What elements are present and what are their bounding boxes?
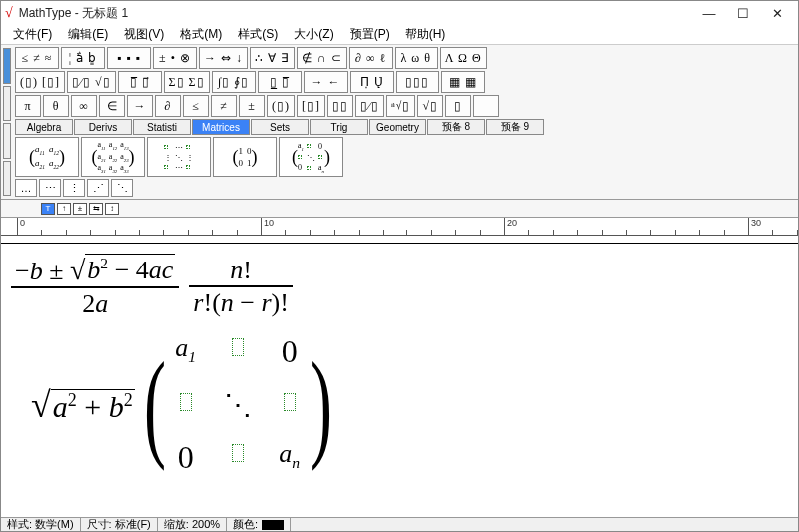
- menu-style[interactable]: 样式(S): [232, 26, 284, 43]
- category-tabs: Algebra Derivs Statisti Matrices Sets Tr…: [15, 119, 796, 135]
- status-color[interactable]: 颜色:: [227, 518, 291, 531]
- diagonal-matrix[interactable]: a1 0 ⋱ 0 an: [163, 333, 313, 476]
- tmpl-matrices[interactable]: ▯▯▯: [396, 71, 439, 93]
- close-button[interactable]: ✕: [760, 2, 794, 24]
- menu-prefs[interactable]: 预置(P): [344, 26, 396, 43]
- tmpl-overbar[interactable]: ▯̲ ▯̅: [258, 71, 302, 93]
- dots-low[interactable]: …: [15, 179, 37, 197]
- maximize-button[interactable]: ☐: [726, 2, 760, 24]
- sym-element[interactable]: ∈: [99, 95, 125, 117]
- status-bar: 样式: 数学(M) 尺寸: 标准(F) 缩放: 200% 颜色:: [1, 517, 798, 531]
- sym-rightarrow[interactable]: →: [127, 95, 153, 117]
- sym-theta[interactable]: θ: [43, 95, 69, 117]
- ruler[interactable]: 0 10 20 30: [1, 218, 798, 236]
- matrix-slot[interactable]: [232, 338, 244, 356]
- small-symbol-row: π θ ∞ ∈ → ∂ ≤ ≠ ± (▯) [▯] ▯▯ ▯⁄▯ ⁿ√▯ √▯ …: [15, 95, 796, 117]
- sym-pm[interactable]: ±: [239, 95, 265, 117]
- tab-statistics[interactable]: Statisti: [133, 119, 191, 135]
- quadratic-formula[interactable]: −b ± √ b2 − 4ac 2a: [11, 254, 179, 319]
- window-title: MathType - 无标题 1: [19, 5, 692, 22]
- tmpl-subscript[interactable]: ▯̅ ▯⃗: [118, 71, 162, 93]
- minimize-button[interactable]: —: [692, 2, 726, 24]
- menu-format[interactable]: 格式(M): [174, 26, 228, 43]
- tmpl-slot[interactable]: ▯: [445, 95, 471, 117]
- title-bar: √ MathType - 无标题 1 — ☐ ✕: [1, 1, 798, 25]
- ruler-tick-10: 10: [261, 218, 274, 236]
- tmpl-nroot[interactable]: ⁿ√▯: [386, 95, 415, 117]
- matrix-slot[interactable]: [284, 393, 296, 411]
- dots-v[interactable]: ⋮: [63, 179, 85, 197]
- sym-greek-lower[interactable]: λ ω θ: [395, 47, 438, 69]
- sym-partial[interactable]: ∂: [155, 95, 181, 117]
- menu-size[interactable]: 大小(Z): [288, 26, 339, 43]
- tab-sets[interactable]: Sets: [251, 119, 309, 135]
- tabstop-decimal[interactable]: ↕: [105, 203, 119, 215]
- palette-paren-3x3-a[interactable]: ( a11a12a13 a21a22a23 a31a32a33 ): [81, 137, 145, 177]
- tab-preset-8[interactable]: 预备 8: [427, 119, 485, 135]
- matrix-slot[interactable]: [180, 393, 192, 411]
- sym-embellish[interactable]: ▪ ▪ ▪: [107, 47, 151, 69]
- tab-geometry[interactable]: Geometry: [369, 119, 426, 135]
- palette-identity-2x2[interactable]: ( 10 01 ): [213, 137, 277, 177]
- status-size[interactable]: 尺寸: 标准(F): [81, 518, 158, 531]
- palette-diag-3x3[interactable]: ( a10 ⋱ 0an ): [279, 137, 343, 177]
- menu-edit[interactable]: 编辑(E): [62, 26, 114, 43]
- sym-spaces[interactable]: ¦ a͋ b͈: [61, 47, 105, 69]
- sym-set[interactable]: ∉ ∩ ⊂: [297, 47, 347, 69]
- tabstop-right[interactable]: ±: [73, 203, 87, 215]
- tab-matrices[interactable]: Matrices: [192, 119, 250, 135]
- sym-pi[interactable]: π: [15, 95, 41, 117]
- sym-lte[interactable]: ≤: [183, 95, 209, 117]
- sym-misc[interactable]: ∂ ∞ ℓ: [349, 47, 393, 69]
- sym-relational[interactable]: ≤ ≠ ≈: [15, 47, 59, 69]
- tab-algebra[interactable]: Algebra: [15, 119, 73, 135]
- equation-canvas[interactable]: −b ± √ b2 − 4ac 2a n! r!(n − r)! √ a2 + …: [1, 241, 798, 517]
- pythagoras-sqrt[interactable]: √ a2 + b2: [31, 387, 135, 423]
- template-row-1: (▯) [▯] ▯⁄▯ √▯ ▯̅ ▯⃗ Σ▯ Σ▯ ∫▯ ∮▯ ▯̲ ▯̅ →…: [15, 71, 796, 93]
- tmpl-paren[interactable]: (▯): [267, 95, 295, 117]
- title-sep: -: [75, 6, 82, 20]
- menu-bar: 文件(F) 编辑(E) 视图(V) 格式(M) 样式(S) 大小(Z) 预置(P…: [1, 25, 798, 45]
- tmpl-products[interactable]: Π̣ Ų̇: [350, 71, 394, 93]
- tmpl-sup[interactable]: ▯▯: [327, 95, 353, 117]
- tmpl-frac-radical[interactable]: ▯⁄▯ √▯: [67, 71, 116, 93]
- matrix-slot[interactable]: [232, 444, 244, 462]
- sym-greek-upper[interactable]: Λ Ω Θ: [440, 47, 487, 69]
- palette-3x3-slots[interactable]: ⋯ ⋮⋱⋮ ⋯: [147, 137, 211, 177]
- tab-derivs[interactable]: Derivs: [74, 119, 132, 135]
- tab-trig[interactable]: Trig: [310, 119, 368, 135]
- tabstop-left[interactable]: T: [41, 203, 55, 215]
- menu-view[interactable]: 视图(V): [118, 26, 170, 43]
- tabstop-center[interactable]: ↑: [57, 203, 71, 215]
- sym-infinity[interactable]: ∞: [71, 95, 97, 117]
- matrix-palette: ( a11a12 a21a22 ) ( a11a12a13 a21a22a23 …: [15, 137, 796, 177]
- combination-formula[interactable]: n! r!(n − r)!: [189, 255, 293, 318]
- sym-neq[interactable]: ≠: [211, 95, 237, 117]
- tmpl-integral[interactable]: ∫▯ ∮▯: [212, 71, 256, 93]
- tab-preset-9[interactable]: 预备 9: [486, 119, 544, 135]
- tmpl-sum[interactable]: Σ▯ Σ▯: [164, 71, 210, 93]
- app-logo-icon: √: [5, 5, 13, 21]
- tmpl-bracket[interactable]: [▯]: [297, 95, 325, 117]
- status-zoom[interactable]: 缩放: 200%: [158, 518, 227, 531]
- dots-h[interactable]: ⋯: [39, 179, 61, 197]
- equation-line-1: −b ± √ b2 − 4ac 2a n! r!(n − r)!: [11, 254, 798, 319]
- sym-operators[interactable]: ± • ⊗: [153, 47, 197, 69]
- tabstop-relational[interactable]: ⇆: [89, 203, 103, 215]
- sym-logical[interactable]: ∴ ∀ ∃: [250, 47, 295, 69]
- menu-help[interactable]: 帮助(H): [400, 26, 452, 43]
- tmpl-sqrt[interactable]: √▯: [417, 95, 443, 117]
- menu-file[interactable]: 文件(F): [7, 26, 58, 43]
- tmpl-labeled-arrow[interactable]: → ←: [304, 71, 348, 93]
- tmpl-fences[interactable]: (▯) [▯]: [15, 71, 65, 93]
- status-style[interactable]: 样式: 数学(M): [1, 518, 81, 531]
- ruler-tick-0: 0: [17, 218, 25, 236]
- ruler-tick-30: 30: [748, 218, 761, 236]
- tmpl-empty[interactable]: [473, 95, 499, 117]
- dots-down-diag[interactable]: ⋱: [111, 179, 133, 197]
- palette-paren-2x2-a[interactable]: ( a11a12 a21a22 ): [15, 137, 79, 177]
- tmpl-boxes[interactable]: ▦ ▦: [441, 71, 485, 93]
- sym-arrows[interactable]: → ⇔ ↓: [199, 47, 248, 69]
- dots-up-diag[interactable]: ⋰: [87, 179, 109, 197]
- tmpl-frac[interactable]: ▯⁄▯: [355, 95, 384, 117]
